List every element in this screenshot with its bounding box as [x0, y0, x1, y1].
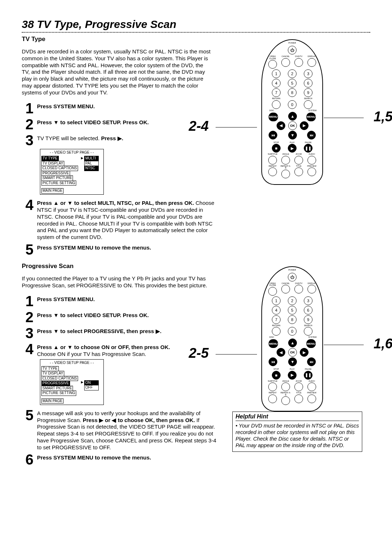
num-4[interactable]: 4: [272, 79, 281, 88]
subtitle-button[interactable]: [268, 382, 277, 391]
return-button[interactable]: [272, 327, 281, 336]
repeat-ab-button[interactable]: [281, 396, 290, 405]
right-button[interactable]: ▶: [300, 121, 309, 130]
menu-title: - - VIDEO SETUP PAGE - -: [41, 150, 102, 155]
dvd-tv-button[interactable]: [294, 285, 303, 293]
ok-button[interactable]: OK: [288, 348, 297, 357]
num-1[interactable]: 1: [272, 69, 281, 78]
num-2[interactable]: 2: [288, 69, 297, 78]
menu-item: TV DISPLAY: [41, 371, 64, 376]
angle-button[interactable]: [281, 382, 290, 391]
play-button[interactable]: ▶: [288, 371, 297, 380]
menu-item: CLOSED CAPTIONS: [41, 376, 78, 381]
system-menu-button[interactable]: MENU: [306, 339, 316, 348]
search-button[interactable]: [304, 327, 313, 336]
angle-button[interactable]: [281, 156, 290, 165]
audio-button[interactable]: [307, 382, 316, 391]
return-button[interactable]: [272, 100, 281, 109]
down-button[interactable]: ▼: [288, 357, 297, 366]
num-7[interactable]: 7: [272, 315, 281, 324]
next-button[interactable]: ⏭: [307, 357, 316, 366]
preview-button[interactable]: [307, 394, 316, 403]
callout-right: 1,5: [373, 109, 392, 125]
num-6[interactable]: 6: [304, 306, 313, 315]
left-button[interactable]: ◀: [277, 348, 285, 357]
ps-step3: Press ▼ to select PROGRESSIVE, then pres…: [37, 328, 162, 334]
step-num: 6: [22, 452, 37, 467]
power-button[interactable]: ⏻: [288, 273, 297, 281]
num-6[interactable]: 6: [304, 79, 313, 88]
open-close-button[interactable]: [268, 60, 277, 69]
pause-button[interactable]: ❚❚: [304, 144, 313, 153]
step-num: 5: [22, 408, 37, 451]
num-8[interactable]: 8: [288, 88, 297, 97]
ps-step5b: Press ▶ or ◀ to choose OK, then press OK…: [83, 417, 195, 423]
num-0[interactable]: 0: [288, 327, 297, 336]
num-9[interactable]: 9: [304, 88, 313, 97]
cancel-button[interactable]: [281, 285, 290, 293]
zoom-button[interactable]: [294, 156, 303, 165]
num-0[interactable]: 0: [288, 100, 297, 109]
open-close-button[interactable]: [268, 287, 277, 296]
hint-title: Helpful Hint: [236, 413, 359, 421]
right-button[interactable]: ▶: [300, 348, 309, 357]
step-num: 3: [22, 326, 37, 340]
prev-button[interactable]: ⏮: [269, 131, 277, 139]
num-9[interactable]: 9: [304, 315, 313, 324]
up-button[interactable]: ▲: [288, 112, 297, 121]
system-menu-button[interactable]: MENU: [306, 113, 316, 121]
down-button[interactable]: ▼: [288, 131, 297, 139]
prev-button[interactable]: ⏮: [269, 357, 277, 366]
play-button[interactable]: ▶: [288, 144, 297, 153]
display-button[interactable]: [307, 58, 316, 67]
num-4[interactable]: 4: [272, 306, 281, 315]
ps-step4a: Press ▲ or ▼ to choose ON or OFF, then p…: [37, 344, 170, 350]
tvtype-intro: DVDs are recorded in a color system, usu…: [22, 48, 211, 96]
num-3[interactable]: 3: [304, 69, 313, 78]
num-2[interactable]: 2: [288, 296, 297, 305]
zoom-button[interactable]: [294, 382, 303, 391]
cancel-button[interactable]: [281, 58, 290, 67]
repeat-button[interactable]: [268, 167, 277, 176]
preview-button[interactable]: [307, 167, 316, 176]
repeat-button[interactable]: [268, 394, 277, 403]
menu-opt: ON: [84, 380, 99, 386]
stop-button[interactable]: ■: [272, 144, 281, 153]
num-5[interactable]: 5: [288, 79, 297, 88]
subtitle-button[interactable]: [268, 156, 277, 165]
ps-step4b: Choose ON if your TV has Progressive Sca…: [37, 351, 146, 357]
menu-item: PROGRESSIVE: [41, 381, 70, 386]
pause-button[interactable]: ❚❚: [304, 371, 313, 380]
stop-button[interactable]: ■: [272, 371, 281, 380]
menu-item: TV DISPLAY: [41, 161, 64, 166]
power-button[interactable]: ⏻: [288, 46, 297, 54]
num-8[interactable]: 8: [288, 315, 297, 324]
video-setup-menu-2: - - VIDEO SETUP PAGE - - TV TYPE TV DISP…: [40, 359, 104, 405]
num-5[interactable]: 5: [288, 306, 297, 315]
disc-menu-button[interactable]: MENU: [269, 113, 278, 121]
up-button[interactable]: ▲: [288, 339, 297, 347]
next-button[interactable]: ⏭: [307, 131, 316, 139]
num-1[interactable]: 1: [272, 296, 281, 305]
num-3[interactable]: 3: [304, 296, 313, 305]
tvtype-step3a: TV TYPE will be selected.: [37, 135, 101, 141]
menu-main: MAIN PAGE: [41, 188, 64, 194]
left-button[interactable]: ◀: [277, 121, 285, 130]
disc-menu-button[interactable]: MENU: [269, 339, 278, 348]
menu-opt: PAL: [84, 161, 99, 166]
menu-item: PROGRESSIVE: [41, 171, 70, 176]
num-7[interactable]: 7: [272, 88, 281, 97]
dvd-tv-button[interactable]: [294, 58, 303, 67]
audio-button[interactable]: [307, 156, 316, 165]
video-setup-menu: - - VIDEO SETUP PAGE - - TV TYPE TV DISP…: [40, 149, 104, 195]
display-button[interactable]: [307, 285, 316, 293]
title-button[interactable]: [294, 167, 303, 176]
repeat-ab-button[interactable]: [281, 170, 290, 178]
step-num: 3: [22, 133, 37, 147]
menu-item: PICTURE SETTING: [41, 181, 76, 186]
remote-diagram: POWER ⏻ OPEN/ CLOSE CANCEL DVD/TV DISPLA…: [261, 39, 323, 185]
title-button[interactable]: [294, 394, 303, 403]
ok-button[interactable]: OK: [288, 121, 297, 130]
menu-arrow-icon: ▶: [80, 156, 84, 161]
search-button[interactable]: [304, 100, 313, 109]
